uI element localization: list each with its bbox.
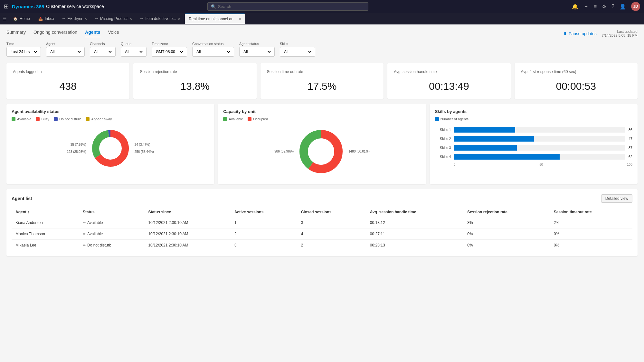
- filter-agent-select[interactable]: All: [46, 47, 85, 57]
- filter-conv-label: Conversation status: [192, 42, 234, 46]
- settings-menu-icon[interactable]: ≡: [594, 4, 597, 9]
- row3-status-label: Do not disturb: [87, 243, 111, 247]
- cap-labels-left: 986 (39.98%): [274, 148, 294, 155]
- tab-fix-dryer[interactable]: ✏ Fix dryer ✕: [59, 14, 91, 24]
- col-since[interactable]: Status since: [144, 207, 230, 217]
- notification-icon[interactable]: 🔔: [572, 4, 578, 10]
- dnd-dot: [54, 117, 58, 121]
- tab-agents[interactable]: Agents: [85, 30, 100, 37]
- fix-dryer-tab-label: Fix dryer: [67, 16, 82, 21]
- bar-chart: Skills 1 36 Skills 2 47 Skills 3: [435, 124, 632, 169]
- col-rejection[interactable]: Session rejection rate: [463, 207, 550, 217]
- filter-agent-status-label: Agent status: [239, 42, 275, 46]
- row1-since: 10/12/2021 2:30:10 AM: [144, 217, 230, 228]
- missing-product-close-icon[interactable]: ✕: [129, 17, 132, 21]
- kpi-avg-handle-title: Avg. session handle time: [394, 70, 504, 74]
- filter-conv-status: Conversation status All: [192, 42, 234, 57]
- row2-status-icon: ✏: [83, 232, 86, 236]
- col-closed[interactable]: Closed sessions: [297, 207, 366, 217]
- detail-view-button[interactable]: Detailed view: [601, 194, 632, 203]
- add-icon[interactable]: ＋: [583, 3, 589, 10]
- col-active[interactable]: Active sessions: [231, 207, 297, 217]
- skills1-label: Skills 1: [435, 128, 451, 132]
- user-icon[interactable]: 👤: [620, 4, 626, 10]
- legend-available: Available: [12, 117, 31, 121]
- tab-bar: ☰ 🏠 Home 📥 Inbox ✏ Fix dryer ✕ ✏ Missing…: [0, 13, 644, 24]
- skills4-track: [454, 154, 625, 160]
- agent-availability-title: Agent availability status: [12, 109, 209, 114]
- tab-ongoing[interactable]: Ongoing conversation: [33, 30, 77, 37]
- col-handle[interactable]: Avg. session handle time: [366, 207, 463, 217]
- cap-available-label: Available: [229, 117, 243, 121]
- tab-inbox[interactable]: 📥 Inbox: [34, 14, 58, 24]
- help-icon[interactable]: ?: [611, 4, 614, 9]
- cap-legend-available: Available: [223, 117, 243, 121]
- page-header: Summary Ongoing conversation Agents Voic…: [6, 30, 638, 37]
- filter-conv-select[interactable]: All: [192, 47, 234, 57]
- tab-missing-product[interactable]: ✏ Missing Product ✕: [91, 14, 136, 24]
- pause-updates-btn[interactable]: ⏸ Pause updates: [563, 31, 597, 36]
- avail-labels-left: 35 (7.99%) 123 (28.08%): [67, 141, 86, 155]
- fix-dryer-close-icon[interactable]: ✕: [84, 17, 87, 21]
- gear-icon[interactable]: ⚙: [602, 4, 606, 10]
- last-updated-label: Last updated: [602, 30, 638, 33]
- filter-agent-label: Agent: [46, 42, 85, 46]
- svg-point-5: [99, 137, 121, 159]
- realtime-close-icon[interactable]: ✕: [239, 17, 241, 21]
- tab-home[interactable]: 🏠 Home: [9, 14, 34, 24]
- col-status[interactable]: Status: [79, 207, 144, 217]
- tab-realtime[interactable]: Real time omnichannel an... ✕: [185, 14, 245, 24]
- row1-active: 1: [231, 217, 297, 228]
- channels-dropdown[interactable]: All: [93, 49, 113, 54]
- skills3-track: [454, 145, 625, 151]
- cap-available-dot: [223, 117, 227, 121]
- search-bar[interactable]: 🔍: [207, 2, 368, 11]
- legend-away: Appear away: [86, 117, 112, 121]
- filter-agent-status: Agent status All: [239, 42, 275, 57]
- skills3-label: Skills 3: [435, 146, 451, 150]
- tab-item-defective[interactable]: ✏ Item defective o... ✕: [137, 14, 184, 24]
- away-label: Appear away: [91, 117, 112, 121]
- row2-handle: 00:27:11: [366, 228, 463, 240]
- hamburger-icon[interactable]: ☰: [3, 16, 7, 21]
- filter-queue-select[interactable]: All: [121, 47, 147, 57]
- availability-donut-svg: [90, 127, 131, 169]
- cap-occupied-label: Occupied: [253, 117, 268, 121]
- row1-rejection: 3%: [463, 217, 550, 228]
- tab-summary[interactable]: Summary: [6, 30, 26, 37]
- row1-closed: 3: [297, 217, 366, 228]
- time-dropdown[interactable]: Last 24 hrs Last 7 days Last 30 days: [9, 49, 38, 54]
- filters-row: Time Last 24 hrs Last 7 days Last 30 day…: [6, 42, 638, 57]
- kpi-agents-logged-in-value: 438: [13, 80, 123, 92]
- conv-status-dropdown[interactable]: All: [195, 49, 231, 54]
- filter-skills-select[interactable]: All: [280, 47, 315, 57]
- filter-agent-status-select[interactable]: All: [239, 47, 275, 57]
- waffle-icon[interactable]: ⊞: [4, 3, 9, 10]
- avatar[interactable]: JD: [631, 2, 640, 11]
- filter-time-select[interactable]: Last 24 hrs Last 7 days Last 30 days: [6, 47, 41, 57]
- queue-dropdown[interactable]: All: [124, 49, 144, 54]
- row3-active: 3: [231, 240, 297, 251]
- skills1-fill: [454, 127, 515, 133]
- filter-queue: Queue All: [121, 42, 147, 57]
- agent-status-dropdown[interactable]: All: [242, 49, 272, 54]
- col-timeout[interactable]: Session timeout rate: [550, 207, 632, 217]
- skills-legend-agents: Number of agents: [435, 117, 469, 121]
- missing-product-tab-label: Missing Product: [100, 16, 128, 21]
- filter-timezone-select[interactable]: GMT-08:00 GMT-05:00: [152, 47, 187, 57]
- agent-dropdown[interactable]: All: [49, 49, 82, 54]
- legend-dnd: Do not disturb: [54, 117, 81, 121]
- col-agent[interactable]: Agent ↑: [12, 207, 79, 217]
- search-input[interactable]: [218, 4, 365, 9]
- row3-status: ✏ Do not disturb: [79, 240, 144, 251]
- timezone-dropdown[interactable]: GMT-08:00 GMT-05:00: [155, 49, 184, 54]
- skills2-track: [454, 136, 625, 142]
- item-defective-close-icon[interactable]: ✕: [178, 17, 180, 21]
- filter-channels-select[interactable]: All: [90, 47, 116, 57]
- tab-voice[interactable]: Voice: [108, 30, 119, 37]
- skills-dropdown[interactable]: All: [283, 49, 312, 54]
- table-row: Monica Thomson ✏ Available 10/12/2021 2:…: [12, 228, 632, 240]
- kpi-avg-first-response: Avg. first response time (60 sec) 00:00:…: [515, 63, 638, 99]
- filter-skills-label: Skills: [280, 42, 315, 46]
- item-defective-tab-label: Item defective o...: [145, 16, 176, 21]
